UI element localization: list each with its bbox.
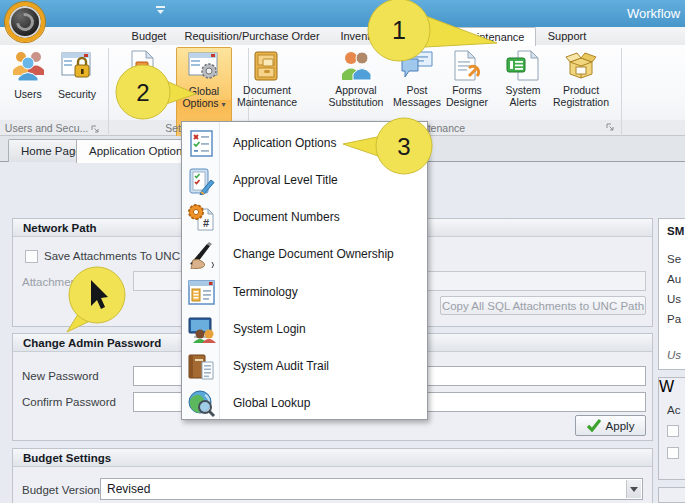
global-options-button-label-line2: Options ▾ bbox=[177, 97, 231, 111]
chevron-down-icon bbox=[630, 487, 638, 492]
security-button-label: Security bbox=[52, 88, 102, 100]
budget-version-label: Budget Version bbox=[22, 484, 100, 496]
ribbon-tab-maintenance[interactable]: Maintenance bbox=[450, 27, 536, 46]
smtp-panel-title: SM bbox=[667, 225, 684, 237]
apply-button[interactable]: Apply bbox=[575, 415, 646, 436]
app-logo-icon[interactable] bbox=[5, 2, 45, 42]
apply-check-icon bbox=[587, 419, 601, 432]
ribbon-tab-support[interactable]: Support bbox=[536, 27, 598, 45]
right-second-panel-row-label: Ac bbox=[667, 404, 680, 416]
workflow-button-label-line1: Or bbox=[112, 84, 172, 96]
ribbon-tab-inventory[interactable]: Inventory bbox=[328, 27, 398, 45]
users-icon bbox=[11, 50, 45, 82]
global-lookup-icon bbox=[187, 389, 216, 418]
smtp-settings-panel: SM Se Au Us Pa Us bbox=[658, 218, 685, 370]
window-title: Workflow bbox=[627, 6, 680, 21]
group-label-users-security: Users and Secu... bbox=[4, 122, 100, 134]
global-options-icon bbox=[187, 51, 221, 83]
ribbon-tab-requisition-purchase-order[interactable]: Requisition/Purchase Order bbox=[176, 27, 328, 45]
menu-item-terminology[interactable]: Terminology bbox=[182, 274, 427, 311]
ribbon-tab-budget[interactable]: Budget bbox=[122, 27, 176, 45]
right-second-panel: W Ac bbox=[658, 377, 685, 480]
budget-version-value: Revised bbox=[107, 482, 150, 496]
workflow-button-label-line2: Workflow bbox=[112, 96, 172, 108]
right-panel-checkbox[interactable] bbox=[667, 425, 679, 437]
smtp-row-label: Pa bbox=[667, 313, 681, 325]
dropdown-arrow-icon: ▾ bbox=[222, 100, 226, 109]
right-third-panel bbox=[658, 487, 685, 503]
menu-item-change-document-ownership[interactable]: Change Document Ownership bbox=[182, 236, 427, 273]
confirm-password-label: Confirm Password bbox=[22, 396, 116, 408]
menu-item-system-login[interactable]: System Login bbox=[182, 311, 427, 348]
budget-version-combobox[interactable]: Revised bbox=[100, 478, 643, 500]
approval-substitution-icon bbox=[340, 50, 372, 82]
dialog-launcher-icon[interactable] bbox=[91, 125, 99, 133]
dialog-launcher-icon[interactable] bbox=[606, 123, 614, 131]
quick-access-toolbar-icon[interactable] bbox=[155, 6, 166, 15]
combobox-dropdown-button[interactable] bbox=[626, 480, 641, 498]
terminology-icon bbox=[187, 278, 216, 307]
document-maintenance-icon bbox=[251, 50, 283, 82]
svg-text:#: # bbox=[203, 217, 209, 229]
product-registration-icon bbox=[564, 50, 598, 82]
menu-item-system-audit-trail[interactable]: System Audit Trail bbox=[182, 348, 427, 385]
save-attachments-checkbox[interactable] bbox=[25, 250, 38, 263]
users-button-label: Users bbox=[6, 88, 50, 100]
title-bar: Workflow bbox=[0, 0, 685, 27]
right-panel-checkbox[interactable] bbox=[667, 447, 679, 459]
menu-item-application-options[interactable]: Application Options bbox=[182, 125, 427, 162]
right-second-panel-title: W bbox=[659, 378, 685, 396]
smtp-row-label: Au bbox=[667, 273, 681, 285]
menu-item-global-lookup[interactable]: Global Lookup bbox=[182, 385, 427, 422]
application-window: Workflow Budget Requisition/Purchase Ord… bbox=[0, 0, 685, 503]
document-numbers-icon: # bbox=[187, 203, 216, 232]
budget-settings-title: Budget Settings bbox=[13, 449, 652, 467]
system-audit-trail-icon bbox=[187, 352, 216, 381]
change-document-ownership-icon bbox=[187, 240, 216, 269]
system-alerts-icon bbox=[506, 50, 540, 82]
ribbon-tab-strip: Budget Requisition/Purchase Order Invent… bbox=[0, 27, 685, 45]
post-messages-icon bbox=[400, 50, 434, 82]
smtp-row-label: Us bbox=[667, 293, 681, 305]
approval-level-title-icon bbox=[187, 166, 216, 195]
smtp-row-label: Se bbox=[667, 253, 681, 265]
menu-item-approval-level-title[interactable]: Approval Level Title bbox=[182, 162, 427, 199]
forms-designer-icon bbox=[451, 50, 483, 82]
menu-item-document-numbers[interactable]: # Document Numbers bbox=[182, 199, 427, 236]
new-password-label: New Password bbox=[22, 370, 99, 382]
global-options-menu: Application Options Approval Level Title… bbox=[181, 121, 428, 420]
ribbon-tab-partially-hidden[interactable]: T bbox=[398, 27, 450, 45]
workflow-document-icon bbox=[127, 50, 157, 82]
global-options-button-label-line1: Global bbox=[177, 85, 231, 97]
smtp-italic-note: Us bbox=[667, 349, 681, 361]
system-login-icon bbox=[187, 315, 216, 344]
security-icon bbox=[60, 50, 94, 82]
attachments-label: Attachments bbox=[22, 276, 86, 288]
copy-sql-attachments-button[interactable]: Copy All SQL Attachments to UNC Path bbox=[440, 296, 646, 315]
application-options-icon bbox=[187, 129, 216, 158]
